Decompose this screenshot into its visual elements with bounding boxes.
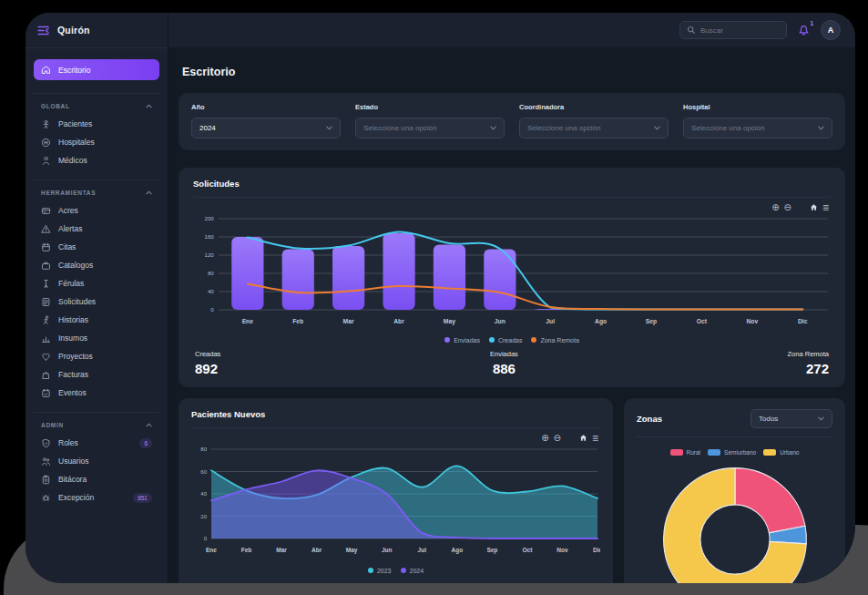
legend-label: Zona Remota	[540, 337, 578, 344]
desktop-background: Quirón EscritorioGLOBALPacientesHospital…	[0, 0, 868, 595]
sidebar-item-label: Insumos	[58, 333, 87, 343]
svg-text:20: 20	[200, 514, 207, 519]
menu-icon[interactable]: ≡	[822, 202, 829, 213]
legend-swatch	[531, 337, 536, 343]
svg-text:Ene: Ene	[242, 318, 254, 324]
sidebar-item-roles[interactable]: Roles6	[34, 434, 159, 452]
filter-select-ano[interactable]: 2024	[191, 118, 341, 138]
filter-select-coordinadora[interactable]: Seleccione una opción	[519, 118, 669, 138]
chevron-up-icon	[146, 190, 152, 196]
svg-text:Mar: Mar	[276, 547, 287, 553]
legend-item-2024[interactable]: 2024	[401, 568, 424, 574]
svg-text:80: 80	[200, 446, 207, 452]
zonas-card-title: Zonas	[637, 414, 662, 424]
supplies-icon	[41, 333, 51, 344]
sidebar-item-proyectos[interactable]: Proyectos	[34, 347, 159, 365]
legend-item-enviadas[interactable]: Enviadas	[444, 337, 480, 344]
sidebar-item-eventos[interactable]: Eventos	[34, 384, 159, 402]
search-input[interactable]	[700, 26, 780, 35]
chevron-down-icon	[654, 126, 660, 130]
sidebar-item-facturas[interactable]: Facturas	[34, 365, 159, 384]
sidebar-item-usuarios[interactable]: Usuarios	[34, 452, 159, 470]
sidebar-item-historias[interactable]: Historias	[34, 311, 159, 329]
filter-select-estado[interactable]: Seleccione una opción	[355, 118, 505, 138]
sidebar-item-ferulas[interactable]: Férulas	[34, 274, 159, 292]
menu-icon[interactable]: ≡	[592, 433, 598, 444]
legend-item-creadas[interactable]: Creadas	[489, 337, 522, 344]
avatar[interactable]: A	[821, 20, 841, 40]
zonas-filter-select[interactable]: Todos	[751, 409, 832, 428]
home-icon[interactable]	[810, 203, 818, 211]
legend-item-urbano[interactable]: Urbano	[763, 449, 799, 456]
pacientes-chart: 020406080EneFebMarAbrMayJunJulAgoSepOctN…	[191, 444, 600, 564]
chevron-down-icon	[490, 126, 496, 130]
search-box[interactable]	[679, 21, 787, 39]
svg-text:40: 40	[208, 288, 215, 294]
sidebar-item-label: Escritorio	[58, 66, 90, 75]
pacientes-card-title: Pacientes Nuevos	[191, 409, 600, 419]
sidebar-item-label: Eventos	[58, 388, 87, 397]
sidebar-section-admin: ADMINRoles6UsuariosBitácoraExcepción851	[34, 412, 159, 513]
legend-label: Creadas	[498, 337, 522, 344]
zoom-out-icon[interactable]: ⊖	[784, 203, 791, 212]
sidebar-item-catalogos[interactable]: Catalogos	[34, 256, 159, 274]
sidebar-item-acres[interactable]: Acres	[34, 201, 159, 220]
sidebar-item-label: Médicos	[58, 156, 87, 165]
svg-text:Jul: Jul	[418, 547, 427, 553]
svg-text:Feb: Feb	[292, 318, 303, 324]
sidebar-collapse-icon[interactable]	[37, 26, 49, 36]
svg-text:0: 0	[204, 536, 208, 541]
section-label: HERRAMIENTAS	[41, 190, 96, 196]
page-title: Escritorio	[182, 66, 842, 78]
sidebar-section-herramientas: HERRAMIENTASAcresAlertasCitasCatalogosFé…	[34, 180, 159, 408]
filter-label: Estado	[355, 103, 505, 111]
zoom-in-icon[interactable]: ⊕	[541, 434, 548, 443]
alert-icon	[41, 224, 51, 234]
sidebar-item-label: Proyectos	[58, 352, 93, 361]
sidebar-item-label: Citas	[58, 242, 76, 251]
section-label: GLOBAL	[41, 103, 70, 109]
count-badge: 851	[133, 493, 152, 503]
legend-swatch	[670, 449, 683, 456]
notifications-button[interactable]: 1	[798, 25, 810, 36]
sidebar-item-excepcion[interactable]: Excepción851	[34, 488, 159, 507]
sidebar-section-global: GLOBALPacientesHospitalesMédicos	[34, 93, 159, 176]
svg-text:Oct: Oct	[522, 547, 533, 553]
sidebar-item-medicos[interactable]: Médicos	[34, 151, 159, 169]
sidebar-item-insumos[interactable]: Insumos	[34, 329, 159, 347]
chevron-down-icon	[326, 126, 332, 130]
request-icon	[41, 297, 51, 307]
sidebar-item-bitacora[interactable]: Bitácora	[34, 470, 159, 488]
svg-text:80: 80	[208, 270, 215, 276]
legend-item-2023[interactable]: 2023	[368, 568, 392, 574]
main-content: Escritorio Año2024EstadoSeleccione una o…	[168, 47, 855, 583]
sidebar-item-alertas[interactable]: Alertas	[34, 220, 159, 238]
topbar: 1 A	[168, 13, 855, 47]
sidebar-item-citas[interactable]: Citas	[34, 238, 159, 256]
sidebar-item-escritorio[interactable]: Escritorio	[34, 59, 159, 80]
sidebar-item-solicitudes[interactable]: Solicitudes	[34, 292, 159, 311]
section-label: ADMIN	[41, 422, 64, 428]
sidebar-section-header-admin[interactable]: ADMIN	[34, 417, 159, 434]
svg-text:Nov: Nov	[746, 318, 758, 324]
shield-icon	[41, 438, 51, 448]
sidebar-item-label: Facturas	[58, 370, 88, 379]
sidebar-section-header-global[interactable]: GLOBAL	[34, 98, 159, 115]
filter-select-value: Seleccione una opción	[527, 124, 601, 132]
zoom-in-icon[interactable]: ⊕	[771, 203, 779, 212]
filter-estado: EstadoSeleccione una opción	[355, 103, 505, 138]
sidebar-item-hospitales[interactable]: Hospitales	[34, 133, 159, 151]
legend-item-rural[interactable]: Rural	[670, 449, 701, 456]
svg-text:Oct: Oct	[697, 318, 708, 324]
home-icon[interactable]	[579, 434, 587, 442]
svg-text:Ene: Ene	[206, 547, 217, 553]
zoom-out-icon[interactable]: ⊖	[554, 434, 561, 443]
sidebar-item-pacientes[interactable]: Pacientes	[34, 115, 159, 133]
legend-item-zona-remota[interactable]: Zona Remota	[531, 337, 578, 344]
sidebar-item-label: Pacientes	[58, 119, 92, 128]
stat-label: Zona Remota	[788, 350, 829, 358]
filter-select-hospital[interactable]: Seleccione una opción	[683, 118, 832, 138]
legend-item-semiurbano[interactable]: Semiurbano	[708, 449, 756, 456]
users-icon	[41, 457, 51, 467]
sidebar-section-header-herramientas[interactable]: HERRAMIENTAS	[34, 185, 159, 201]
